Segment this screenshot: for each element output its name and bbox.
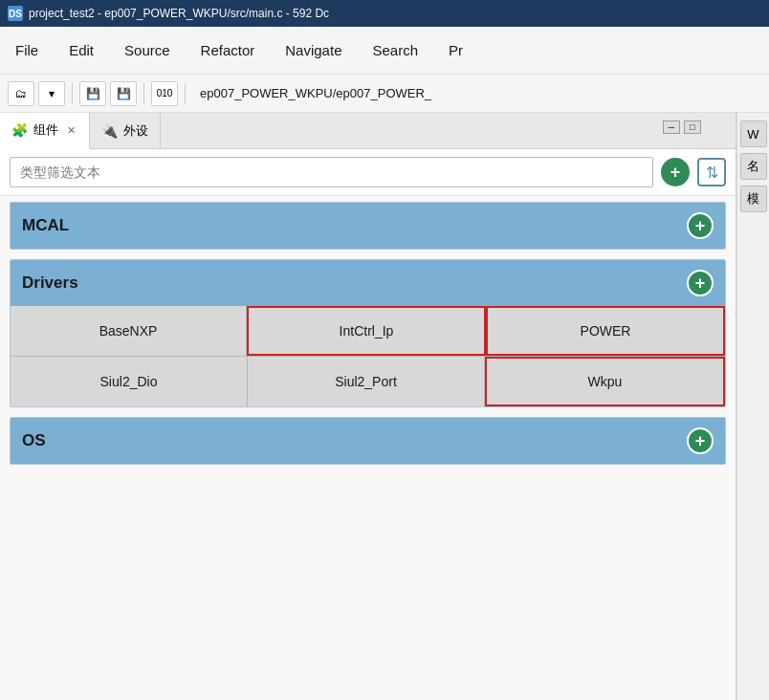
app-icon: DS	[8, 6, 23, 21]
menu-file[interactable]: File	[10, 38, 44, 62]
menu-bar: File Edit Source Refactor Navigate Searc…	[0, 27, 769, 75]
toolbar-sep-3	[185, 83, 186, 104]
cell-wkpu[interactable]: Wkpu	[485, 357, 725, 406]
sort-button[interactable]: ⇅	[697, 158, 726, 186]
drivers-row-1: BaseNXP IntCtrl_Ip POWER	[11, 306, 725, 356]
left-panel: 🧩 组件 ✕ 🔌 外设 ─ □ + ⇅ MCAL	[0, 113, 736, 700]
section-drivers-title: Drivers	[22, 273, 78, 293]
toolbar-binary-btn[interactable]: 010	[151, 81, 178, 106]
minimize-btn[interactable]: ─	[663, 120, 680, 134]
section-mcal: MCAL +	[10, 202, 726, 250]
peripheral-tab-icon: 🔌	[101, 123, 118, 139]
section-os-title: OS	[22, 431, 46, 450]
toolbar-sep-1	[72, 83, 73, 104]
right-panel-btn-model[interactable]: 模	[740, 186, 767, 212]
menu-search[interactable]: Search	[366, 38, 424, 62]
toolbar-save-all-btn[interactable]: 💾	[110, 81, 137, 106]
toolbar-sep-2	[143, 83, 144, 104]
menu-pr[interactable]: Pr	[443, 38, 469, 62]
menu-refactor[interactable]: Refactor	[195, 38, 261, 62]
menu-navigate[interactable]: Navigate	[279, 38, 347, 62]
component-area: MCAL + Drivers + BaseNXP IntCtrl_Ip POWE…	[0, 196, 736, 700]
right-panel-btn-name[interactable]: 名	[740, 153, 767, 180]
tab-components-close[interactable]: ✕	[64, 123, 77, 137]
section-os: OS +	[10, 417, 726, 465]
maximize-btn[interactable]: □	[684, 120, 701, 134]
component-tab-icon: 🧩	[11, 122, 28, 138]
drivers-row-2: Siul2_Dio Siul2_Port Wkpu	[11, 356, 725, 406]
section-drivers-header: Drivers +	[11, 260, 725, 306]
menu-source[interactable]: Source	[119, 38, 176, 62]
breadcrumb: ep007_POWER_WKPU/ep007_POWER_	[200, 86, 431, 100]
filter-bar: + ⇅	[0, 149, 736, 196]
tab-components[interactable]: 🧩 组件 ✕	[0, 113, 90, 149]
title-bar: DS project_test2 - ep007_POWER_WKPU/src/…	[0, 0, 769, 27]
section-drivers: Drivers + BaseNXP IntCtrl_Ip POWER Siul2…	[10, 259, 726, 407]
section-mcal-header: MCAL +	[11, 203, 725, 249]
right-panel: W 名 模	[736, 113, 769, 700]
tab-peripherals[interactable]: 🔌 外设	[90, 113, 161, 148]
section-os-header: OS +	[11, 418, 725, 464]
filter-input[interactable]	[10, 157, 653, 187]
toolbar-save-btn[interactable]: 💾	[79, 81, 106, 106]
tab-peripherals-label: 外设	[123, 122, 148, 140]
tab-components-label: 组件	[33, 121, 58, 139]
toolbar: 🗂 ▾ 💾 💾 010 ep007_POWER_WKPU/ep007_POWER…	[0, 75, 769, 113]
os-add-button[interactable]: +	[687, 427, 714, 454]
cell-siul2-port[interactable]: Siul2_Port	[248, 357, 485, 406]
mcal-add-button[interactable]: +	[687, 212, 714, 239]
toolbar-icon-btn[interactable]: 🗂	[8, 81, 34, 106]
right-panel-btn-w[interactable]: W	[740, 120, 767, 147]
menu-edit[interactable]: Edit	[63, 38, 99, 62]
drivers-add-button[interactable]: +	[687, 270, 714, 296]
title-text: project_test2 - ep007_POWER_WKPU/src/mai…	[29, 7, 329, 20]
tab-bar: 🧩 组件 ✕ 🔌 外设 ─ □	[0, 113, 736, 149]
window-controls: ─ □	[663, 120, 701, 134]
main-area: 🧩 组件 ✕ 🔌 外设 ─ □ + ⇅ MCAL	[0, 113, 769, 700]
cell-power[interactable]: POWER	[486, 306, 725, 356]
cell-siul2-dio[interactable]: Siul2_Dio	[11, 357, 248, 406]
cell-intctrl-ip[interactable]: IntCtrl_Ip	[247, 306, 486, 356]
cell-basenxp[interactable]: BaseNXP	[11, 306, 247, 356]
section-mcal-title: MCAL	[22, 216, 69, 235]
add-component-button[interactable]: +	[661, 158, 690, 186]
toolbar-dropdown-btn[interactable]: ▾	[38, 81, 65, 106]
